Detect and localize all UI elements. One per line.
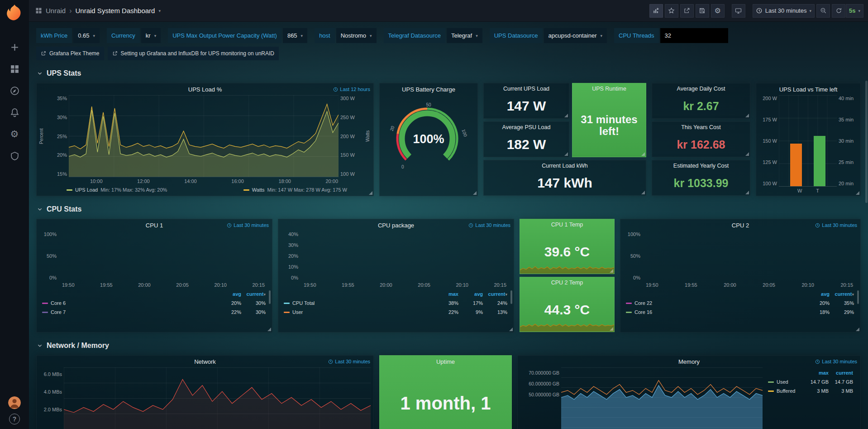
panel-resize-handle[interactable] bbox=[641, 191, 645, 194]
legend-row[interactable]: Core 6 20% 30% bbox=[42, 299, 266, 308]
memory-chart[interactable] bbox=[561, 367, 763, 429]
panel-resize-handle[interactable] bbox=[610, 269, 613, 273]
section-cpu-stats[interactable]: CPU Stats bbox=[37, 205, 861, 213]
panel-title[interactable]: UPS Battery Charge bbox=[380, 83, 477, 95]
server-admin-shield-icon[interactable] bbox=[5, 146, 24, 166]
legend-scrollbar[interactable] bbox=[857, 290, 859, 304]
panel-resize-handle[interactable] bbox=[509, 328, 513, 331]
bar-time-left[interactable] bbox=[814, 136, 825, 186]
panel-resize-handle[interactable] bbox=[473, 191, 477, 195]
legend-header-current[interactable]: current▾ bbox=[483, 291, 507, 297]
panel-title[interactable]: CPU 2 Temp bbox=[520, 277, 614, 288]
legend-header-avg[interactable]: avg bbox=[458, 291, 483, 297]
legend-header-current[interactable]: current▾ bbox=[830, 291, 854, 297]
network-chart[interactable] bbox=[64, 367, 371, 429]
explore-compass-icon[interactable] bbox=[5, 81, 24, 101]
panel-title[interactable]: Average Daily Cost bbox=[652, 83, 750, 94]
scrollbar-thumb[interactable] bbox=[865, 81, 868, 203]
variable-value-dropdown[interactable]: Nostromo▾ bbox=[336, 28, 377, 43]
variable-value-dropdown[interactable]: 0.65▾ bbox=[73, 28, 100, 43]
grafana-logo-icon[interactable] bbox=[5, 4, 24, 22]
panel-resize-handle[interactable] bbox=[856, 328, 859, 331]
link-grafana-plex-theme[interactable]: Grafana Plex Theme bbox=[36, 47, 104, 60]
y-axis-ticks: 6.0 MBs4.0 MBs2.0 MBs bbox=[38, 367, 62, 429]
legend-row[interactable]: Used 14.7 GB 14.7 GB bbox=[768, 377, 853, 386]
legend-header-current[interactable]: current▾ bbox=[241, 291, 266, 297]
panel-title[interactable]: Uptime bbox=[380, 356, 511, 367]
legend-row[interactable]: CPU Total 38% 17% 24% bbox=[284, 299, 507, 308]
panel-title[interactable]: Current Load kWh bbox=[484, 160, 646, 171]
legend-header-current[interactable]: current bbox=[829, 370, 853, 376]
panel-title[interactable]: CPU package Last 30 minutes bbox=[278, 219, 514, 231]
cpu-threads-input[interactable] bbox=[660, 28, 728, 43]
link-ups-monitoring-guide[interactable]: Setting up Grafana and InfluxDB for UPS … bbox=[108, 47, 279, 60]
user-avatar[interactable] bbox=[8, 396, 21, 409]
panel-title[interactable]: UPS Load vs Time left bbox=[756, 83, 860, 95]
legend-row[interactable]: Buffered 3 MB 3 MB bbox=[768, 386, 853, 395]
bar-watts[interactable] bbox=[790, 144, 802, 186]
panel-resize-handle[interactable] bbox=[369, 191, 372, 195]
legend-row[interactable]: Core 7 22% 30% bbox=[42, 308, 266, 317]
panel-title[interactable]: CPU 1 Temp bbox=[520, 219, 614, 230]
apps-grid-icon[interactable] bbox=[35, 7, 42, 14]
panel-resize-handle[interactable] bbox=[610, 327, 613, 331]
create-plus-icon[interactable] bbox=[5, 37, 24, 57]
legend-header-avg[interactable]: avg bbox=[217, 291, 241, 297]
ups-load-chart[interactable] bbox=[69, 95, 339, 177]
legend-header-max[interactable]: max bbox=[804, 370, 829, 376]
variable-value-dropdown[interactable]: kr▾ bbox=[141, 28, 161, 43]
legend-item-watts[interactable]: Watts Min: 147 W Max: 278 W Avg: 175 W bbox=[243, 187, 347, 193]
bar-chart[interactable] bbox=[779, 95, 837, 187]
panel-title[interactable]: Average PSU Load bbox=[484, 122, 569, 132]
legend-scrollbar[interactable] bbox=[269, 290, 271, 304]
share-dashboard-button[interactable] bbox=[680, 4, 694, 18]
star-dashboard-button[interactable] bbox=[665, 4, 678, 18]
legend-header-max[interactable]: max bbox=[434, 291, 458, 297]
variable-value-dropdown[interactable]: Telegraf▾ bbox=[447, 28, 482, 43]
breadcrumb-folder[interactable]: Unraid bbox=[46, 7, 66, 14]
variable-label: UPS Datasource bbox=[490, 28, 543, 43]
panel-resize-handle[interactable] bbox=[564, 114, 568, 117]
panel-title[interactable]: Network Last 30 minutes bbox=[37, 356, 373, 367]
dashboards-icon[interactable] bbox=[5, 59, 24, 79]
time-range-picker[interactable]: Last 30 minutes ▾ bbox=[753, 4, 815, 18]
dashboard-dropdown-caret[interactable]: ▾ bbox=[158, 9, 161, 13]
legend-header-avg[interactable]: avg bbox=[805, 291, 830, 297]
legend-item-ups-load[interactable]: UPS Load Min: 17% Max: 32% Avg: 20% bbox=[67, 187, 167, 193]
tv-cycle-button[interactable] bbox=[732, 4, 745, 18]
add-panel-button[interactable] bbox=[649, 4, 663, 18]
panel-resize-handle[interactable] bbox=[641, 152, 645, 156]
refresh-interval-dropdown[interactable]: 5s ▾ bbox=[846, 4, 863, 18]
panel-resize-handle[interactable] bbox=[267, 328, 271, 331]
refresh-button[interactable] bbox=[832, 4, 845, 18]
variable-value-dropdown[interactable]: 865▾ bbox=[283, 28, 307, 43]
panel-title[interactable]: This Years Cost bbox=[652, 122, 750, 132]
panel-title[interactable]: CPU 2 Last 30 minutes bbox=[620, 219, 860, 231]
panel-resize-handle[interactable] bbox=[745, 191, 749, 194]
save-dashboard-button[interactable] bbox=[696, 4, 709, 18]
page-scrollbar[interactable] bbox=[864, 22, 868, 429]
legend-row[interactable]: Core 22 20% 35% bbox=[626, 299, 854, 308]
panel-resize-handle[interactable] bbox=[564, 152, 568, 156]
alerting-bell-icon[interactable] bbox=[5, 102, 24, 122]
zoom-out-button[interactable] bbox=[816, 4, 830, 18]
panel-title[interactable]: Memory Last 30 minutes bbox=[518, 356, 860, 367]
variable-value-dropdown[interactable]: apcupsd-container▾ bbox=[544, 28, 607, 43]
panel-resize-handle[interactable] bbox=[856, 191, 859, 195]
help-icon[interactable]: ? bbox=[9, 414, 20, 424]
configuration-gear-icon[interactable]: ⚙ bbox=[5, 124, 24, 144]
legend-row[interactable]: User 22% 9% 13% bbox=[284, 308, 507, 317]
legend-scrollbar[interactable] bbox=[510, 290, 512, 304]
panel-title[interactable]: CPU 1 Last 30 minutes bbox=[37, 219, 272, 231]
panel-title[interactable]: UPS Runtime bbox=[572, 83, 646, 94]
panel-resize-handle[interactable] bbox=[745, 114, 749, 117]
panel-resize-handle[interactable] bbox=[745, 152, 749, 156]
section-ups-stats[interactable]: UPS Stats bbox=[37, 69, 861, 77]
dashboard-title[interactable]: Unraid System Dashboard bbox=[76, 7, 155, 14]
panel-title[interactable]: UPS Load % Last 12 hours bbox=[37, 83, 373, 95]
section-network-memory[interactable]: Network / Memory bbox=[37, 342, 861, 350]
legend-row[interactable]: Core 16 18% 29% bbox=[626, 308, 854, 317]
panel-title[interactable]: Current UPS Load bbox=[484, 83, 569, 94]
dashboard-settings-button[interactable]: ⚙ bbox=[711, 4, 725, 18]
panel-title[interactable]: Estimated Yearly Cost bbox=[652, 160, 750, 171]
